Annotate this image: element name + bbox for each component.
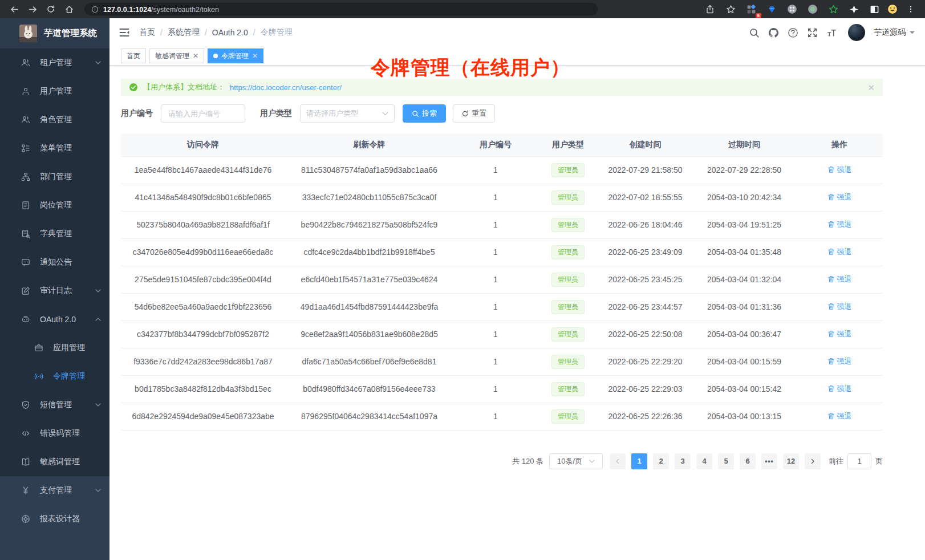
fullscreen-icon[interactable] [807,27,818,38]
force-logout-button[interactable]: 强退 [827,247,852,257]
sidebar: 芋道管理系统 租户管理用户管理角色管理菜单管理部门管理岗位管理字典管理通知公告审… [0,18,109,560]
user-id-input[interactable] [161,104,245,123]
column-header: 访问令牌 [121,133,285,156]
extension-pinwheel-icon[interactable] [846,2,861,17]
goto-page-input[interactable] [847,453,871,469]
sidebar-item-tenant[interactable]: 租户管理 [0,48,109,77]
table-row: 41c41346a548490f9dc8b01c6bfe0865333ecfc7… [121,184,883,211]
user-menu[interactable]: 芋道源码 [874,27,915,38]
force-logout-button[interactable]: 强退 [827,411,852,421]
sidebar-item-oauth2-token[interactable]: 令牌管理 [0,362,109,391]
access-token-cell: b0d1785bc3a8482f812db4a3f3bd15ec [121,375,285,403]
sidebar-item-oauth2[interactable]: OAuth 2.0 [0,305,109,334]
url-bar[interactable]: 127.0.0.1:1024/system/oauth2/token [84,3,598,15]
alert-close-icon[interactable]: ✕ [867,83,875,92]
force-logout-button[interactable]: 强退 [827,329,852,339]
tab-敏感词管理[interactable]: 敏感词管理✕ [149,48,204,63]
page-button-3[interactable]: 3 [675,453,691,469]
user-avatar[interactable] [848,24,865,41]
reset-button[interactable]: 重置 [453,104,495,123]
extension-grid-icon[interactable]: 9 [744,2,758,17]
table-row: f9336e7c7dd242a283ee98dc86b17a87dfa6c71a… [121,348,883,375]
page-size-select[interactable]: 10条/页 [549,453,603,469]
extension-star-icon[interactable] [826,2,841,17]
force-logout-button[interactable]: 强退 [827,165,852,175]
sidebar-item-sensitive-word[interactable]: 敏感词管理 [0,448,109,476]
sidebar-item-dept[interactable]: 部门管理 [0,163,109,191]
force-logout-button[interactable]: 强退 [827,356,852,367]
tab-令牌管理[interactable]: 令牌管理✕ [208,48,263,63]
next-page-button[interactable] [805,453,821,469]
lifebuoy-icon [21,514,30,524]
sidebar-item-user[interactable]: 用户管理 [0,77,109,105]
sidebar-item-audit-log[interactable]: 审计日志 [0,277,109,305]
breadcrumb-system[interactable]: 系统管理 [168,27,200,38]
search-button[interactable]: 搜索 [403,104,446,123]
share-button[interactable] [703,2,717,17]
expire-time-cell: 2054-03-10 20:42:34 [692,184,796,211]
sidebar-item-oauth2-app[interactable]: 应用管理 [0,334,109,362]
home-button[interactable] [62,2,76,17]
access-token-cell: 502375b8040a469a9b82188afdf6af1f [121,211,285,238]
force-logout-button[interactable]: 强退 [827,220,852,230]
sidebar-item-error-code[interactable]: 错误码管理 [0,419,109,448]
back-button[interactable] [7,2,22,17]
user-id-cell: 1 [453,184,538,211]
doc-link[interactable]: https://doc.iocoder.cn/user-center/ [230,83,342,92]
user-type-select[interactable]: 请选择用户类型 [300,104,395,123]
sidebar-item-sms[interactable]: 短信管理 [0,391,109,419]
user-id-cell: 1 [453,403,538,430]
emoji-extension-icon[interactable] [887,4,898,14]
search-icon[interactable] [749,27,760,38]
extension-record-icon[interactable] [805,2,820,17]
reload-button[interactable] [43,2,58,17]
breadcrumb-oauth[interactable]: OAuth 2.0 [212,28,248,37]
create-time-cell: 2022-06-25 22:26:36 [598,403,692,430]
role-users-icon [21,115,30,124]
extension-command-icon[interactable] [785,2,800,17]
sidebar-item-menu[interactable]: 菜单管理 [0,134,109,163]
page-button-4[interactable]: 4 [696,453,712,469]
close-icon[interactable]: ✕ [193,52,198,59]
github-icon[interactable] [768,27,779,38]
tab-首页[interactable]: 首页 [121,48,146,63]
forward-button[interactable] [25,2,40,17]
page-button-2[interactable]: 2 [653,453,669,469]
total-count: 共 120 条 [512,456,543,466]
open-book-icon [21,457,30,466]
access-token-cell: c347026e805e4d99b0d116eae66eda8c [121,238,285,266]
chevron-down-icon [589,460,595,463]
sidebar-item-notice[interactable]: 通知公告 [0,248,109,277]
browser-menu-button[interactable] [903,2,918,17]
force-logout-button[interactable]: 强退 [827,302,852,312]
bookmark-star-button[interactable] [723,2,738,17]
help-icon[interactable] [788,27,798,38]
url-host: 127.0.0.1:1024 [103,6,151,14]
page-button-5[interactable]: 5 [718,453,734,469]
extension-gem-icon[interactable] [764,2,779,17]
site-info-icon[interactable] [91,6,99,13]
more-pages-button[interactable]: ••• [761,453,777,469]
page-button-12[interactable]: 12 [783,453,799,469]
force-logout-button[interactable]: 强退 [827,192,852,202]
breadcrumb-home[interactable]: 首页 [139,27,155,38]
doc-alert: 【用户体系】文档地址： https://doc.iocoder.cn/user-… [121,79,883,96]
sidebar-item-report-designer[interactable]: 报表设计器 [0,505,109,533]
prev-page-button[interactable] [610,453,626,469]
expire-time-cell: 2054-03-04 19:51:25 [692,211,796,238]
font-size-icon[interactable] [826,27,837,38]
force-logout-button[interactable]: 强退 [827,274,852,285]
column-header: 创建时间 [598,133,692,156]
extension-sidepanel-icon[interactable] [867,2,882,17]
close-icon[interactable]: ✕ [252,52,258,59]
page-button-1[interactable]: 1 [631,453,647,469]
sidebar-item-dict[interactable]: 字典管理 [0,220,109,248]
user-type-tag: 管理员 [551,190,585,205]
sidebar-item-post[interactable]: 岗位管理 [0,191,109,220]
sidebar-item-role[interactable]: 角色管理 [0,105,109,134]
force-logout-button[interactable]: 强退 [827,384,852,394]
page-button-6[interactable]: 6 [740,453,756,469]
sidebar-item-pay[interactable]: 支付管理 [0,476,109,505]
expire-time-cell: 2022-07-29 22:28:50 [692,156,796,184]
sidebar-collapse-icon[interactable] [119,27,130,38]
